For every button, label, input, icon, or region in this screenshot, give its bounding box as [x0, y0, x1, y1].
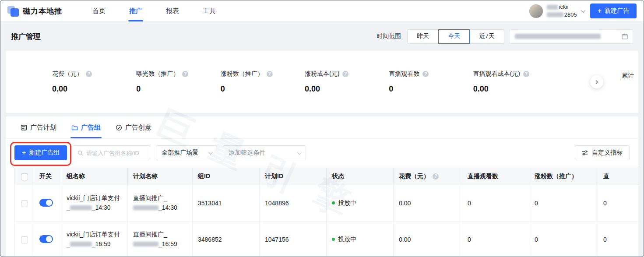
help-icon[interactable]: ?: [182, 71, 188, 77]
stat-label: 直播观看数: [389, 70, 419, 78]
time-option-today[interactable]: 今天: [438, 29, 470, 44]
search-icon: [77, 150, 83, 156]
cell-cut-off: 0: [598, 185, 639, 222]
tab-ad-plans[interactable]: 广告计划: [15, 116, 62, 138]
cell-live-views: 0: [462, 222, 529, 257]
cell-cost: 0.00: [394, 222, 462, 257]
stat-cost: 花费（元）? 0.00: [52, 70, 136, 94]
plan-board-icon: [21, 124, 27, 131]
cell-followers: 0: [529, 185, 598, 222]
stat-live-views: 直播观看数? 0: [389, 70, 473, 94]
row-switch-toggle-on[interactable]: [39, 235, 53, 243]
list-toolbar: + 新建广告组 全部推广场景 添加筛选条件 自定义指标: [6, 139, 638, 166]
column-header-status: 状态: [327, 168, 394, 185]
status-dot-icon: [332, 201, 335, 204]
tab-ad-groups[interactable]: 广告组: [66, 116, 106, 138]
nav-item-home[interactable]: 首页: [81, 0, 117, 21]
cell-cut-off: 0: [598, 222, 639, 257]
cell-group-name[interactable]: vickii_门店订单支付__16:59: [61, 222, 128, 257]
user-info: ickii 2805: [547, 4, 577, 18]
user-account-menu[interactable]: ickii 2805: [529, 4, 584, 18]
stats-scroll-right-button[interactable]: ›: [590, 75, 603, 88]
new-ad-group-button-label: 新建广告组: [29, 149, 60, 157]
page-title: 推广管理: [11, 32, 41, 42]
help-icon[interactable]: ?: [267, 71, 273, 77]
help-icon[interactable]: ?: [422, 71, 429, 77]
cell-group-id: 3486852: [193, 222, 260, 257]
creative-badge-icon: [116, 124, 122, 131]
stats-overview-panel: 花费（元）? 0.00 曝光数（推广）? 0 涨粉数（推广）? 0 涨粉成本(元…: [6, 51, 638, 113]
time-option-yesterday[interactable]: 昨天: [407, 29, 439, 44]
chevron-down-icon: [297, 150, 302, 155]
tab-label: 广告组: [81, 123, 101, 132]
status-text: 投放中: [338, 236, 356, 243]
ad-groups-table: 开关 组名称 计划名称 组ID 计划ID 状态 花费（元）? 直播观看数 涨粉数…: [14, 168, 638, 257]
cell-plan-name[interactable]: 直播间推广__16:59: [128, 222, 193, 257]
top-navigation-bar: 磁力本地推 首页 推广 报表 工具 ickii 2805 + 新建广告: [0, 0, 644, 22]
stat-label: 曝光数（推广）: [136, 70, 179, 78]
time-range-segmented-control: 昨天 今天 近7天: [407, 29, 504, 44]
entity-tabs: 广告计划 广告组 广告创意: [6, 116, 638, 139]
new-ad-button[interactable]: + 新建广告: [590, 4, 637, 18]
cell-group-name[interactable]: vickii_门店订单支付__14:30: [61, 185, 128, 222]
time-range-controls: 时间范围 昨天 今天 近7天: [377, 29, 633, 44]
nav-item-reports[interactable]: 报表: [154, 0, 191, 21]
custom-metrics-button[interactable]: 自定义指标: [575, 145, 630, 160]
ads-management-panel: 广告计划 广告组 广告创意 + 新建广告组: [6, 116, 638, 257]
custom-metrics-label: 自定义指标: [592, 149, 623, 157]
row-checkbox[interactable]: [21, 200, 28, 207]
user-name: ickii: [547, 4, 577, 10]
cell-select: [15, 222, 34, 257]
row-switch-toggle-on[interactable]: [39, 199, 53, 207]
page-header: 推广管理 时间范围 昨天 今天 近7天: [0, 22, 644, 51]
select-value: 全部推广场景: [162, 149, 198, 157]
add-filter-select[interactable]: 添加筛选条件: [223, 145, 306, 160]
redacted-date-range: [515, 34, 601, 39]
plus-icon: +: [598, 7, 602, 14]
nav-item-promotion[interactable]: 推广: [117, 0, 154, 21]
search-input[interactable]: [86, 150, 145, 156]
new-ad-group-button[interactable]: + 新建广告组: [14, 145, 67, 160]
column-header-cut-off: 直: [598, 168, 639, 185]
stat-label: 花费（元）: [52, 70, 83, 78]
promotion-scene-select[interactable]: 全部推广场景: [156, 145, 217, 160]
date-range-picker[interactable]: [510, 29, 633, 44]
tab-ad-creatives[interactable]: 广告创意: [110, 116, 157, 138]
tab-label: 广告计划: [30, 123, 56, 132]
row-checkbox[interactable]: [21, 236, 28, 243]
brand-name: 磁力本地推: [23, 6, 62, 16]
column-header-select-all: [15, 168, 34, 185]
topbar-right: ickii 2805 + 新建广告: [529, 4, 637, 18]
stat-live-view-cost: 直播观看成本(元)? 0.00: [473, 70, 557, 94]
stat-label: 涨粉成本(元): [305, 70, 339, 78]
status-text: 投放中: [338, 199, 356, 206]
arrow-right-icon: ›: [595, 77, 598, 86]
help-icon[interactable]: ?: [523, 71, 529, 77]
redacted-text: [547, 12, 563, 17]
calendar-icon: [622, 33, 628, 39]
brand-logo-icon: [7, 5, 19, 17]
plus-icon: +: [22, 149, 26, 156]
stat-value: 0: [389, 84, 473, 94]
help-icon[interactable]: ?: [86, 71, 92, 77]
help-icon[interactable]: ?: [342, 71, 348, 77]
redacted-text: [133, 205, 158, 210]
column-header-switch: 开关: [34, 168, 61, 185]
chevron-down-icon: [208, 150, 213, 155]
help-icon[interactable]: ?: [433, 173, 439, 180]
new-ad-button-label: 新建广告: [605, 7, 629, 15]
stat-value: 0: [221, 84, 305, 94]
folder-icon: [71, 124, 78, 131]
redacted-text: [70, 205, 92, 210]
stat-value: 0: [136, 84, 220, 94]
redacted-text: [547, 5, 558, 10]
time-option-last7days[interactable]: 近7天: [469, 29, 504, 44]
cell-plan-name[interactable]: 直播间推广__14:30: [128, 185, 193, 222]
cell-select: [15, 185, 34, 222]
column-header-followers: 涨粉数（推广）: [529, 168, 598, 185]
column-header-plan-name: 计划名称: [128, 168, 193, 185]
cell-followers: 0: [529, 222, 598, 257]
nav-item-tools[interactable]: 工具: [191, 0, 228, 21]
select-all-checkbox[interactable]: [21, 173, 28, 180]
stat-value: 0.00: [52, 84, 136, 94]
